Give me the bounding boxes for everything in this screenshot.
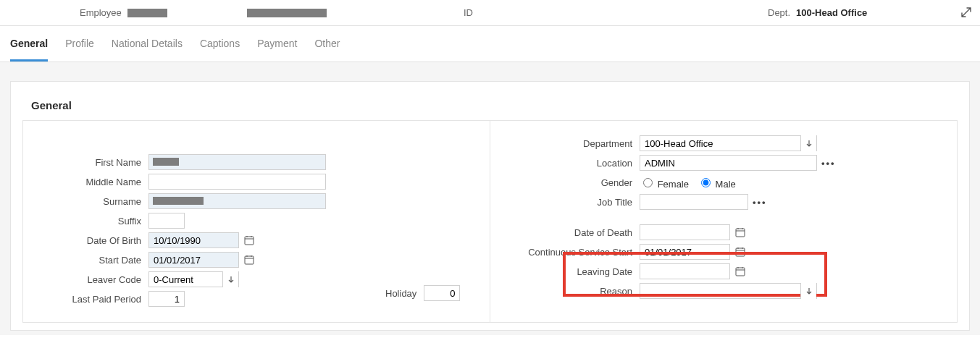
row-suffix: Suffix xyxy=(36,211,477,230)
reason-dropdown-icon[interactable] xyxy=(800,283,816,299)
tab-general[interactable]: General xyxy=(10,38,48,62)
css-label: Continuous Service Start xyxy=(503,247,640,258)
tab-captions[interactable]: Captions xyxy=(200,38,240,62)
department-select[interactable] xyxy=(640,135,817,151)
leaver-code-label: Leaver Code xyxy=(36,274,148,285)
tab-profile[interactable]: Profile xyxy=(65,38,94,62)
department-dropdown-icon[interactable] xyxy=(800,135,816,151)
middle-name-label: Middle Name xyxy=(36,177,148,187)
leaving-date-calendar-icon[interactable] xyxy=(734,266,746,277)
gender-female-option[interactable]: Female xyxy=(640,176,689,190)
dob-label: Date Of Birth xyxy=(36,235,148,246)
left-column: First Name Middle Name Surname xyxy=(23,121,490,322)
row-date-of-death: Date of Death xyxy=(503,223,944,242)
leaving-date-input[interactable] xyxy=(640,263,730,279)
date-of-death-input[interactable] xyxy=(640,224,730,240)
css-calendar-icon[interactable] xyxy=(734,246,746,258)
gender-label: Gender xyxy=(503,177,640,188)
css-input[interactable] xyxy=(640,244,730,260)
holiday-input[interactable] xyxy=(424,285,460,301)
row-job-title: Job Title ••• xyxy=(503,192,944,211)
row-dob: Date Of Birth xyxy=(36,231,477,250)
first-name-label: First Name xyxy=(36,157,148,168)
date-of-death-label: Date of Death xyxy=(503,227,640,238)
header-dept-label: Dept. xyxy=(768,7,790,18)
department-label: Department xyxy=(503,138,640,149)
redacted-employee-name xyxy=(247,9,327,17)
location-more-icon[interactable]: ••• xyxy=(821,158,836,169)
leaver-code-dropdown-icon[interactable] xyxy=(222,271,238,287)
expand-icon[interactable] xyxy=(960,6,973,19)
suffix-input[interactable] xyxy=(148,213,185,229)
tab-payment[interactable]: Payment xyxy=(257,38,297,62)
surname-label: Surname xyxy=(36,196,148,207)
row-leaving-date: Leaving Date xyxy=(503,262,944,281)
middle-name-input[interactable] xyxy=(148,174,326,190)
row-location: Location ••• xyxy=(503,153,944,172)
job-title-more-icon[interactable]: ••• xyxy=(753,197,767,208)
location-input[interactable] xyxy=(640,155,817,171)
row-holiday: Holiday xyxy=(385,285,460,301)
row-department: Department xyxy=(503,134,944,153)
general-panel: General First Name Middle Name Surname xyxy=(10,81,970,331)
header-id-label: ID xyxy=(464,7,473,18)
header-bar: Employee ID Dept. 100-Head Office xyxy=(0,0,980,26)
start-date-calendar-icon[interactable] xyxy=(243,254,255,266)
header-dept: Dept. 100-Head Office xyxy=(768,7,867,18)
header-employee-label: Employee xyxy=(80,7,122,18)
redacted-employee-id xyxy=(127,9,167,17)
last-paid-period-label: Last Paid Period xyxy=(36,294,148,305)
gender-female-radio[interactable] xyxy=(643,178,653,187)
header-id: ID xyxy=(464,7,768,18)
row-css: Continuous Service Start xyxy=(503,242,944,261)
job-title-label: Job Title xyxy=(503,197,640,208)
reason-select[interactable] xyxy=(640,283,817,299)
date-of-death-calendar-icon[interactable] xyxy=(734,227,746,238)
start-date-label: Start Date xyxy=(36,255,148,266)
last-paid-period-input[interactable] xyxy=(148,291,185,307)
start-date-input[interactable] xyxy=(148,252,239,268)
header-dept-value: 100-Head Office xyxy=(796,7,867,18)
svg-rect-2 xyxy=(736,229,745,237)
tab-national-details[interactable]: National Details xyxy=(112,38,183,62)
section-title: General xyxy=(31,99,958,111)
two-column-layout: First Name Middle Name Surname xyxy=(22,120,958,323)
job-title-input[interactable] xyxy=(640,194,748,210)
suffix-label: Suffix xyxy=(36,216,148,227)
row-start-date: Start Date xyxy=(36,250,477,269)
redacted-first-name xyxy=(153,158,179,166)
svg-rect-3 xyxy=(736,248,745,256)
svg-rect-1 xyxy=(245,256,254,264)
row-gender: Gender Female Male xyxy=(503,173,944,192)
tab-other[interactable]: Other xyxy=(314,38,340,62)
redacted-surname xyxy=(153,197,204,205)
row-reason: Reason xyxy=(503,282,944,300)
location-label: Location xyxy=(503,158,640,169)
gender-male-radio[interactable] xyxy=(701,178,711,187)
dob-input[interactable] xyxy=(148,232,239,248)
row-middle-name: Middle Name xyxy=(36,172,477,191)
holiday-label: Holiday xyxy=(385,288,416,299)
leaving-date-label: Leaving Date xyxy=(503,266,640,277)
reason-label: Reason xyxy=(503,286,640,297)
row-surname: Surname xyxy=(36,192,477,211)
gender-male-option[interactable]: Male xyxy=(698,176,736,190)
row-first-name: First Name xyxy=(36,153,477,172)
dob-calendar-icon[interactable] xyxy=(243,234,255,246)
content-area: General First Name Middle Name Surname xyxy=(0,62,980,335)
svg-rect-0 xyxy=(245,237,254,245)
svg-rect-4 xyxy=(736,268,745,276)
right-column: Department Location ••• xyxy=(490,121,957,322)
header-employee: Employee xyxy=(80,7,464,18)
tabs: General Profile National Details Caption… xyxy=(0,26,980,62)
